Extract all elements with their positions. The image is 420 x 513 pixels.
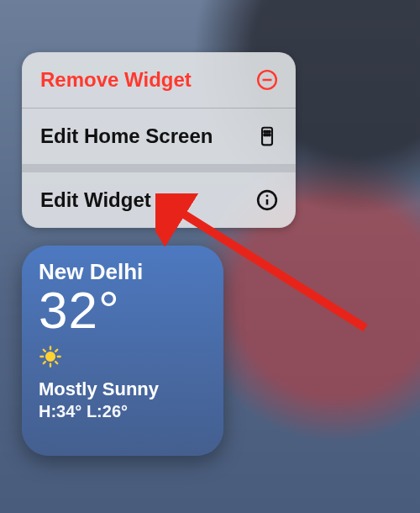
apps-grid-icon: [255, 124, 279, 148]
edit-widget-item[interactable]: Edit Widget: [22, 172, 296, 228]
svg-line-19: [44, 362, 45, 363]
remove-widget-label: Remove Widget: [40, 68, 192, 92]
weather-high-low: H:34° L:26°: [39, 402, 207, 421]
svg-point-11: [266, 194, 269, 197]
remove-circle-icon: [255, 68, 279, 92]
svg-point-8: [269, 134, 270, 135]
edit-widget-label: Edit Widget: [40, 188, 151, 212]
info-circle-icon: [255, 188, 279, 212]
svg-point-12: [46, 352, 55, 361]
svg-line-18: [55, 362, 57, 363]
edit-home-screen-label: Edit Home Screen: [40, 124, 213, 148]
svg-line-20: [55, 350, 57, 352]
sun-icon: [39, 345, 207, 372]
remove-widget-item[interactable]: Remove Widget: [22, 52, 296, 108]
edit-home-screen-item[interactable]: Edit Home Screen: [22, 108, 296, 164]
widget-context-menu: Remove Widget Edit Home Screen: [22, 52, 296, 228]
svg-point-5: [269, 131, 270, 133]
svg-line-17: [44, 350, 45, 352]
menu-section-gap: [22, 164, 296, 172]
home-screen-blurred: Remove Widget Edit Home Screen: [0, 0, 420, 513]
weather-condition: Mostly Sunny: [39, 378, 207, 400]
weather-widget[interactable]: New Delhi 32° Mostly Sunny H:34° L:26°: [22, 246, 223, 456]
weather-temperature: 32°: [39, 280, 207, 340]
